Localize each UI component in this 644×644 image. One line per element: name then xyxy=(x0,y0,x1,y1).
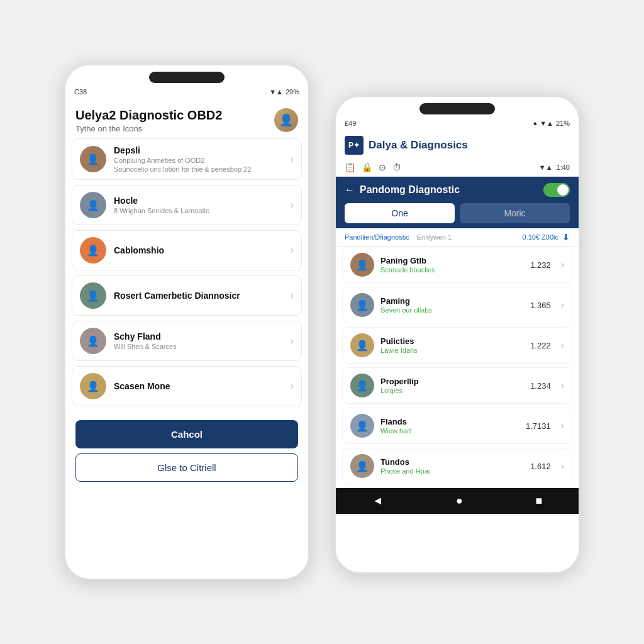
right-status-time: £49 xyxy=(345,119,356,127)
contact-avatar-3: 👤 xyxy=(80,282,106,309)
chevron-icon-4: › xyxy=(291,335,294,347)
chevron-icon-0: › xyxy=(291,153,294,165)
r-value-1: 1.365 xyxy=(530,301,551,310)
chevron-icon-2: › xyxy=(291,245,294,256)
tab-one[interactable]: One xyxy=(345,203,455,223)
r-info-5: Tundos Phose and Hpar xyxy=(380,457,524,475)
r-avatar-0: 👤 xyxy=(350,253,374,277)
user-avatar[interactable]: 👤 xyxy=(274,108,298,132)
r-sub-5: Phose and Hpar xyxy=(380,467,524,475)
r-chevron-2: › xyxy=(561,340,564,351)
r-sub-2: Lawie Idans xyxy=(380,347,524,354)
r-name-5: Tundos xyxy=(380,457,524,467)
r-info-1: Paming Seven our ollabs xyxy=(380,296,524,314)
right-dot-icon: ● xyxy=(533,119,538,127)
outline-button[interactable]: Glse to Citriell xyxy=(75,453,298,482)
chevron-icon-3: › xyxy=(291,290,294,301)
r-value-0: 1.232 xyxy=(530,260,551,270)
toolbar-time: 1:40 xyxy=(557,164,570,171)
left-app-title: Uelya2 Diagnostic OBD2 xyxy=(75,108,222,123)
contact-avatar-5: 👤 xyxy=(80,373,106,399)
r-value-4: 1.7131 xyxy=(526,421,551,431)
circle-icon[interactable]: ⊙ xyxy=(379,162,386,172)
toolbar-signal-icon: ▼▲ xyxy=(539,164,553,171)
r-sub-4: Wiew hart xyxy=(380,427,519,435)
download-icon[interactable]: ⬇ xyxy=(562,232,570,242)
bottom-nav: ◄ ● ■ xyxy=(336,488,579,514)
nav-back-button[interactable]: ◄ xyxy=(372,494,384,508)
col-header-2: Eniilywen 1 xyxy=(417,233,452,241)
contact-item-2[interactable]: 👤 Cablomshio › xyxy=(72,230,302,270)
r-avatar-2: 👤 xyxy=(350,333,374,357)
blue-header-bar: ← Pandomg Diagnostic xyxy=(336,177,579,203)
r-avatar-1: 👤 xyxy=(350,293,374,317)
signal-icon: ▼▲ xyxy=(269,88,283,96)
toolbar-left-icons: 📋 🔒 ⊙ ⏱ xyxy=(345,162,401,172)
right-signal-icon: ▼▲ xyxy=(540,119,553,127)
r-name-1: Paming xyxy=(380,296,524,306)
nav-home-button[interactable]: ● xyxy=(456,494,463,508)
r-name-0: Paning Gtlb xyxy=(380,256,524,265)
contact-list: 👤 Depsli Cohpluing Anmeties of OOD2 Soun… xyxy=(65,138,308,406)
contact-info-4: Schy Fland Will Shen & Scarces xyxy=(114,331,283,350)
contact-item-1[interactable]: 👤 Hocle 8 Wrighan Senides & Larnoatic › xyxy=(72,185,302,225)
contact-avatar-0: 👤 xyxy=(80,146,106,172)
chevron-icon-5: › xyxy=(291,380,294,392)
right-list-item-4[interactable]: 👤 Flands Wiew hart 1.7131 › xyxy=(342,408,572,444)
app-logo: P✦ xyxy=(345,136,364,155)
right-list-item-2[interactable]: 👤 Pulicties Lawie Idans 1.222 › xyxy=(342,327,572,364)
right-phone: £49 ● ▼▲ 21% P✦ Dalya & Diagnosics 📋 🔒 ⊙… xyxy=(335,96,580,574)
col-header-3: 0.10€ Z00lc xyxy=(523,233,558,241)
right-list-item-1[interactable]: 👤 Paming Seven our ollabs 1.365 › xyxy=(342,287,572,323)
left-header-text: Uelya2 Diagnostic OBD2 Tythe on the Icon… xyxy=(75,108,222,133)
contact-name-4: Schy Fland xyxy=(114,331,283,341)
r-sub-1: Seven our ollabs xyxy=(380,306,524,314)
contact-item-4[interactable]: 👤 Schy Fland Will Shen & Scarces › xyxy=(72,321,302,361)
back-icon[interactable]: ← xyxy=(345,184,355,196)
toggle-switch[interactable] xyxy=(543,183,570,197)
contact-info-0: Depsli Cohpluing Anmeties of OOD2 Sounoc… xyxy=(114,145,283,173)
contact-item-5[interactable]: 👤 Scasen Mone › xyxy=(72,366,302,406)
right-list-item-0[interactable]: 👤 Paning Gtlb Scnnade bouclies 1.232 › xyxy=(342,247,572,283)
r-chevron-1: › xyxy=(561,299,564,311)
r-chevron-4: › xyxy=(561,420,564,431)
contact-item-3[interactable]: 👤 Rosert Camerbetic Diannosicr › xyxy=(72,275,302,316)
right-status-icons: ● ▼▲ 21% xyxy=(533,119,570,127)
left-status-time: C38 xyxy=(74,88,87,96)
right-notch-bar xyxy=(419,103,495,114)
lock-icon[interactable]: 🔒 xyxy=(362,162,372,172)
right-list-item-3[interactable]: 👤 Properllip Lolgies 1.234 › xyxy=(342,367,572,404)
contact-desc-4a: Will Shen & Scarces xyxy=(114,343,283,350)
contact-item-0[interactable]: 👤 Depsli Cohpluing Anmeties of OOD2 Soun… xyxy=(72,138,302,180)
contact-avatar-1: 👤 xyxy=(80,192,106,218)
timer-icon[interactable]: ⏱ xyxy=(392,162,401,172)
r-avatar-5: 👤 xyxy=(350,454,374,478)
r-value-5: 1.612 xyxy=(530,462,551,471)
blue-bar-title: Pandomg Diagnostic xyxy=(360,184,460,196)
r-info-2: Pulicties Lawie Idans xyxy=(380,336,524,354)
cancel-button[interactable]: Cahcol xyxy=(75,420,298,448)
left-app-header: Uelya2 Diagnostic OBD2 Tythe on the Icon… xyxy=(65,98,308,138)
r-avatar-4: 👤 xyxy=(350,414,374,438)
contact-info-5: Scasen Mone xyxy=(114,381,283,391)
contact-name-5: Scasen Mone xyxy=(114,381,283,391)
left-status-icons: ▼▲ 29% xyxy=(269,88,299,96)
nav-recents-button[interactable]: ■ xyxy=(535,494,542,508)
col-header-1: Pandilien/Dfiagnostic xyxy=(345,233,409,241)
right-battery-level: 21% xyxy=(556,119,570,127)
right-app-title: Dalya & Diagnosics xyxy=(369,139,468,152)
toolbar-icons-row: 📋 🔒 ⊙ ⏱ ▼▲ 1:40 xyxy=(336,158,579,177)
right-list-item-5[interactable]: 👤 Tundos Phose and Hpar 1.612 › xyxy=(342,448,572,484)
contact-name-2: Cablomshio xyxy=(114,245,283,255)
contact-name-0: Depsli xyxy=(114,145,283,155)
r-name-4: Flands xyxy=(380,417,519,426)
contact-avatar-2: 👤 xyxy=(80,237,106,264)
r-chevron-3: › xyxy=(561,380,564,391)
clipboard-icon[interactable]: 📋 xyxy=(345,162,355,172)
r-value-2: 1.222 xyxy=(530,341,551,350)
r-name-3: Properllip xyxy=(380,377,524,386)
r-info-0: Paning Gtlb Scnnade bouclies xyxy=(380,256,524,274)
table-header: Pandilien/Dfiagnostic Eniilywen 1 0.10€ … xyxy=(336,228,579,247)
r-name-2: Pulicties xyxy=(380,336,524,346)
tab-moric[interactable]: Moric xyxy=(460,203,570,223)
